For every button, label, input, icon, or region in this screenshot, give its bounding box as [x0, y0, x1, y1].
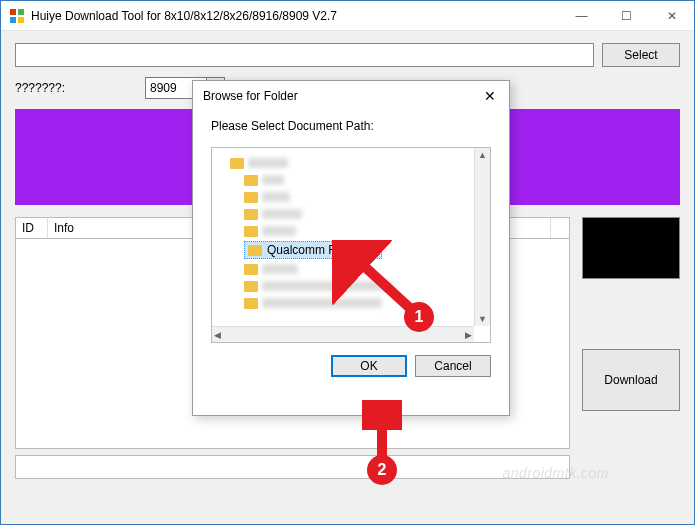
list-item[interactable] — [230, 155, 474, 171]
svg-rect-3 — [18, 17, 24, 23]
side-panel: Download — [582, 217, 680, 479]
folder-icon — [244, 175, 258, 186]
folder-icon — [248, 245, 262, 256]
column-spacer — [551, 218, 569, 238]
close-button[interactable]: ✕ — [649, 1, 694, 30]
folder-icon — [244, 264, 258, 275]
svg-rect-0 — [10, 9, 16, 15]
scroll-right-icon: ▶ — [463, 328, 474, 342]
maximize-button[interactable]: ☐ — [604, 1, 649, 30]
ok-button[interactable]: OK — [331, 355, 407, 377]
dialog-titlebar: Browse for Folder ✕ — [193, 81, 509, 111]
folder-icon — [244, 226, 258, 237]
dialog-title: Browse for Folder — [203, 89, 481, 103]
scroll-up-icon: ▲ — [476, 148, 489, 162]
path-input[interactable] — [15, 43, 594, 67]
combo-value: 8909 — [150, 81, 177, 95]
select-button[interactable]: Select — [602, 43, 680, 67]
window-title: Huiye Download Tool for 8x10/8x12/8x26/8… — [31, 9, 559, 23]
scroll-left-icon: ◀ — [212, 328, 223, 342]
folder-icon — [244, 209, 258, 220]
titlebar: Huiye Download Tool for 8x10/8x12/8x26/8… — [1, 1, 694, 31]
list-item[interactable] — [244, 172, 474, 188]
scroll-down-icon: ▼ — [476, 312, 489, 326]
window-controls: — ☐ ✕ — [559, 1, 694, 30]
vertical-scrollbar[interactable]: ▲▼ — [474, 148, 490, 326]
dialog-message: Please Select Document Path: — [211, 119, 491, 133]
column-id[interactable]: ID — [16, 218, 48, 238]
folder-icon — [244, 298, 258, 309]
status-bar — [15, 455, 570, 479]
watermark: androidmtk.com — [502, 465, 609, 481]
preview-box — [582, 217, 680, 279]
folder-icon — [244, 192, 258, 203]
dialog-close-button[interactable]: ✕ — [481, 87, 499, 105]
cancel-button[interactable]: Cancel — [415, 355, 491, 377]
minimize-button[interactable]: — — [559, 1, 604, 30]
folder-icon — [230, 158, 244, 169]
svg-line-4 — [352, 255, 412, 310]
list-item[interactable] — [244, 206, 474, 222]
list-item[interactable] — [244, 189, 474, 205]
horizontal-scrollbar[interactable]: ◀▶ — [212, 326, 474, 342]
annotation-step-2: 2 — [367, 455, 397, 485]
config-label: ???????: — [15, 81, 135, 95]
list-item[interactable] — [244, 223, 474, 239]
svg-rect-2 — [10, 17, 16, 23]
app-icon — [9, 8, 25, 24]
download-button[interactable]: Download — [582, 349, 680, 411]
annotation-step-1: 1 — [404, 302, 434, 332]
folder-icon — [244, 281, 258, 292]
svg-rect-1 — [18, 9, 24, 15]
